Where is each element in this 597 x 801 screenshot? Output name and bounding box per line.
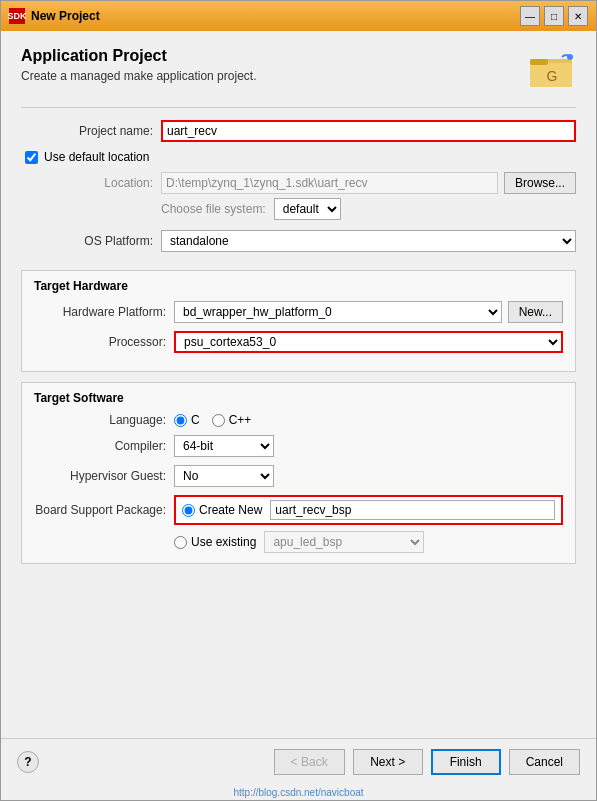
use-default-location-row: Use default location [21,150,576,164]
close-button[interactable]: ✕ [568,6,588,26]
help-button[interactable]: ? [17,751,39,773]
use-default-location-checkbox[interactable] [25,151,38,164]
target-software-title: Target Software [34,391,563,405]
os-platform-label: OS Platform: [21,234,161,248]
window-controls: — □ ✕ [520,6,588,26]
bsp-create-new-input[interactable] [270,500,555,520]
hypervisor-row: Hypervisor Guest: No [34,465,563,487]
filesystem-label: Choose file system: [161,202,266,216]
hardware-platform-select[interactable]: bd_wrapper_hw_platform_0 [174,301,502,323]
language-radio-group: C C++ [174,413,251,427]
compiler-row: Compiler: 64-bit [34,435,563,457]
bsp-create-new-radio[interactable] [182,504,195,517]
project-name-label: Project name: [21,124,161,138]
language-cpp-option[interactable]: C++ [212,413,252,427]
target-software-section: Target Software Language: C C++ Com [21,382,576,564]
header-left: Application Project Create a managed mak… [21,47,256,83]
location-input [161,172,498,194]
bottom-right: < Back Next > Finish Cancel [274,749,580,775]
header-icon-area: G [528,47,576,95]
new-project-window: SDK New Project — □ ✕ Application Projec… [0,0,597,801]
bsp-use-existing-label: Use existing [191,535,256,549]
compiler-select[interactable]: 64-bit [174,435,274,457]
app-icon: SDK [9,8,25,24]
finish-button[interactable]: Finish [431,749,501,775]
svg-rect-2 [530,59,548,65]
maximize-button[interactable]: □ [544,6,564,26]
bsp-use-existing-radio[interactable] [174,536,187,549]
content-area: Application Project Create a managed mak… [1,31,596,738]
processor-row: Processor: psu_cortexa53_0 [34,331,563,353]
bsp-row: Board Support Package: Create New [34,495,563,525]
new-hardware-button[interactable]: New... [508,301,563,323]
processor-select[interactable]: psu_cortexa53_0 [174,331,563,353]
target-hardware-title: Target Hardware [34,279,563,293]
bsp-use-existing-row: Use existing apu_led_bsp [34,531,563,553]
bottom-bar: ? < Back Next > Finish Cancel [1,738,596,785]
next-button[interactable]: Next > [353,749,423,775]
minimize-button[interactable]: — [520,6,540,26]
url-watermark: http://blog.csdn.net/navicboat [1,785,596,800]
page-subtitle: Create a managed make application projec… [21,69,256,83]
hardware-platform-row: Hardware Platform: bd_wrapper_hw_platfor… [34,301,563,323]
language-c-label: C [191,413,200,427]
folder-open-icon: G [530,51,574,91]
svg-point-4 [567,54,573,60]
language-c-option[interactable]: C [174,413,200,427]
title-bar-text: New Project [31,9,520,23]
title-bar: SDK New Project — □ ✕ [1,1,596,31]
project-name-row: Project name: [21,120,576,142]
location-label: Location: [21,176,161,190]
language-row: Language: C C++ [34,413,563,427]
language-cpp-radio[interactable] [212,414,225,427]
hardware-platform-label: Hardware Platform: [34,305,174,319]
browse-button[interactable]: Browse... [504,172,576,194]
project-name-input[interactable] [161,120,576,142]
bottom-left: ? [17,751,39,773]
target-hardware-section: Target Hardware Hardware Platform: bd_wr… [21,270,576,372]
location-row: Location: Browse... [21,172,576,194]
svg-text:G: G [547,68,558,84]
hypervisor-label: Hypervisor Guest: [34,469,174,483]
os-platform-select[interactable]: standalone [161,230,576,252]
back-button[interactable]: < Back [274,749,345,775]
header-divider [21,107,576,108]
filesystem-select[interactable]: default [274,198,341,220]
header-section: Application Project Create a managed mak… [21,47,576,95]
bsp-create-new-label: Create New [199,503,262,517]
bsp-label: Board Support Package: [34,503,174,517]
bsp-existing-select[interactable]: apu_led_bsp [264,531,424,553]
language-c-radio[interactable] [174,414,187,427]
bsp-create-new-container: Create New [174,495,563,525]
hypervisor-select[interactable]: No [174,465,274,487]
use-default-location-label: Use default location [44,150,149,164]
filesystem-row: Choose file system: default [21,198,576,220]
language-cpp-label: C++ [229,413,252,427]
language-label: Language: [34,413,174,427]
os-platform-row: OS Platform: standalone [21,230,576,252]
page-title: Application Project [21,47,256,65]
processor-label: Processor: [34,335,174,349]
cancel-button[interactable]: Cancel [509,749,580,775]
compiler-label: Compiler: [34,439,174,453]
